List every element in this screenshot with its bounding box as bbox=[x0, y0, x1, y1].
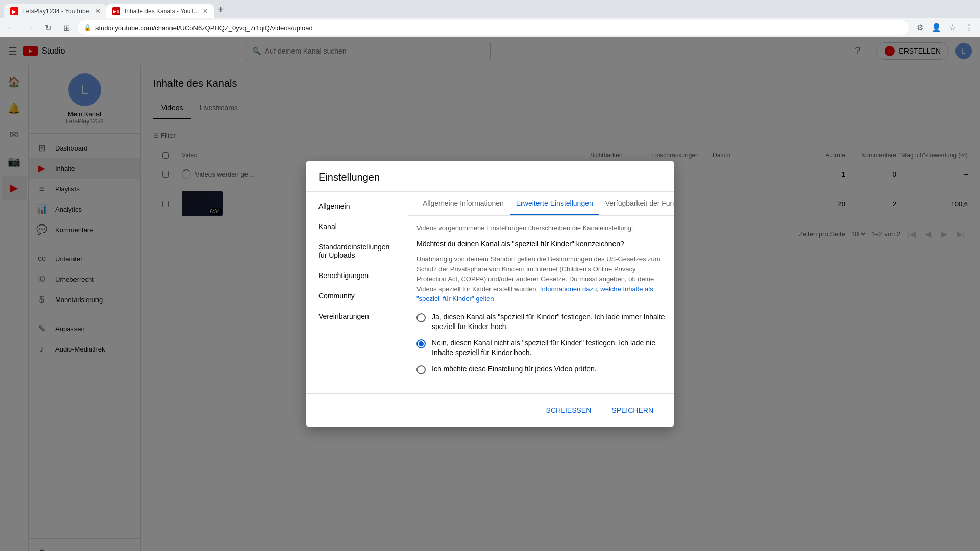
radio-individuell bbox=[416, 365, 426, 374]
kinder-link[interactable]: Informationen dazu, welche Inhalte als "… bbox=[416, 285, 653, 303]
radio-option-individuell[interactable]: Ich möchte diese Einstellung für jedes V… bbox=[416, 364, 666, 374]
dialog-sidebar: Allgemein Kanal Standardeinstellungen fü… bbox=[306, 192, 408, 393]
dialog-tab-allgemeine-info[interactable]: Allgemeine Informationen bbox=[416, 192, 510, 215]
save-button[interactable]: SPEICHERN bbox=[603, 402, 662, 418]
tab-title-2: Inhalte des Kanals - YouT... bbox=[125, 8, 199, 15]
dialog-title: Einstellungen bbox=[306, 161, 674, 192]
dialog-intro-text: Videos vorgenommene Einstellungen übersc… bbox=[416, 224, 666, 232]
modal-overlay[interactable]: Einstellungen Allgemein Kanal Standardei… bbox=[0, 37, 980, 551]
dialog-body: Allgemein Kanal Standardeinstellungen fü… bbox=[306, 192, 674, 393]
dialog-footer: SCHLIESSEN SPEICHERN bbox=[306, 393, 674, 427]
radio-option-ja[interactable]: Ja, diesen Kanal als "speziell für Kinde… bbox=[416, 312, 666, 332]
tab-2[interactable]: ▶S Inhalte des Kanals - YouT... × bbox=[106, 4, 214, 18]
browser-chrome: ▶ LetsPlay1234 - YouTube × ▶S Inhalte de… bbox=[0, 0, 980, 37]
radio-ja-label: Ja, diesen Kanal als "speziell für Kinde… bbox=[432, 312, 666, 332]
radio-nein bbox=[416, 339, 426, 348]
dialog-nav-standard-uploads[interactable]: Standardeinstellungen für Uploads bbox=[306, 237, 408, 265]
google-ads-section: Google Ads-Kontoverknüpfung KONTO VERKNÜ… bbox=[416, 385, 666, 393]
back-button[interactable]: ← bbox=[4, 20, 18, 35]
radio-individuell-label: Ich möchte diese Einstellung für jedes V… bbox=[432, 364, 597, 374]
browser-toolbar: ← → ↻ ⊞ 🔒 studio.youtube.com/channel/UCo… bbox=[0, 18, 980, 37]
home-button[interactable]: ⊞ bbox=[59, 20, 74, 35]
dialog-description: Unabhängig von deinem Standort gelten di… bbox=[416, 254, 666, 304]
dialog-nav-berechtigungen[interactable]: Berechtigungen bbox=[306, 265, 408, 286]
lock-icon: 🔒 bbox=[84, 24, 91, 31]
tab-title-1: LetsPlay1234 - YouTube bbox=[22, 8, 91, 15]
dialog-question: Möchtest du deinen Kanal als "speziell f… bbox=[416, 240, 666, 248]
menu-icon[interactable]: ⋮ bbox=[962, 20, 976, 35]
dialog-nav-kanal[interactable]: Kanal bbox=[306, 216, 408, 237]
dialog-tab-content: Videos vorgenommene Einstellungen übersc… bbox=[408, 216, 674, 393]
tab-1[interactable]: ▶ LetsPlay1234 - YouTube × bbox=[4, 4, 106, 18]
user-profile-icon[interactable]: 👤 bbox=[929, 20, 943, 35]
tab-favicon-2: ▶S bbox=[112, 7, 120, 15]
address-text: studio.youtube.com/channel/UCoN6zQPHQZ_0… bbox=[95, 24, 902, 32]
dialog-content: Allgemeine Informationen Erweiterte Eins… bbox=[408, 192, 674, 393]
dialog-nav-community[interactable]: Community bbox=[306, 286, 408, 306]
forward-button[interactable]: → bbox=[22, 20, 37, 35]
address-bar[interactable]: 🔒 studio.youtube.com/channel/UCoN6zQPHQZ… bbox=[78, 20, 909, 35]
extensions-icon[interactable]: ⚙ bbox=[913, 20, 927, 35]
radio-option-nein[interactable]: Nein, diesen Kanal nicht als "speziell f… bbox=[416, 338, 666, 358]
tab-favicon-1: ▶ bbox=[10, 7, 18, 15]
dialog-tabs: Allgemeine Informationen Erweiterte Eins… bbox=[408, 192, 674, 216]
close-button[interactable]: SCHLIESSEN bbox=[538, 402, 600, 418]
settings-dialog: Einstellungen Allgemein Kanal Standardei… bbox=[306, 161, 674, 427]
bookmark-icon[interactable]: ☆ bbox=[945, 20, 960, 35]
tab-close-1[interactable]: × bbox=[95, 7, 100, 16]
dialog-nav-allgemein[interactable]: Allgemein bbox=[306, 196, 408, 216]
dialog-tab-erweiterte-einstellungen[interactable]: Erweiterte Einstellungen bbox=[510, 192, 599, 215]
radio-nein-label: Nein, diesen Kanal nicht als "speziell f… bbox=[432, 338, 666, 358]
tab-close-2[interactable]: × bbox=[203, 7, 207, 16]
new-tab-button[interactable]: + bbox=[218, 4, 224, 15]
dialog-nav-vereinbarungen[interactable]: Vereinbarungen bbox=[306, 306, 408, 327]
radio-group: Ja, diesen Kanal als "speziell für Kinde… bbox=[416, 312, 666, 374]
reload-button[interactable]: ↻ bbox=[41, 20, 55, 35]
browser-tabs: ▶ LetsPlay1234 - YouTube × ▶S Inhalte de… bbox=[0, 0, 980, 18]
dialog-tab-verfugbarkeit[interactable]: Verfügbarkeit der Funktionen bbox=[599, 192, 674, 215]
radio-ja bbox=[416, 313, 426, 322]
